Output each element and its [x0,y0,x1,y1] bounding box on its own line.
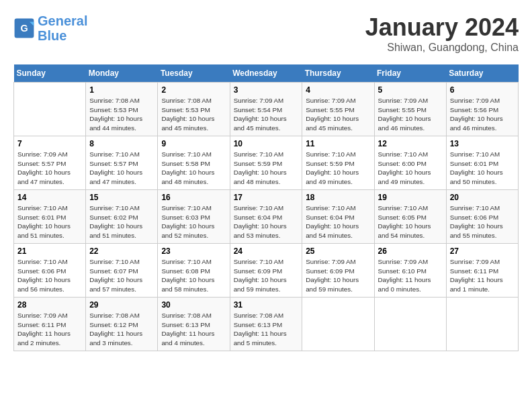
calendar-week-row: 1Sunrise: 7:08 AMSunset: 5:53 PMDaylight… [14,83,519,136]
calendar-cell: 28Sunrise: 7:09 AMSunset: 6:11 PMDayligh… [14,298,86,351]
day-info: Sunrise: 7:09 AMSunset: 6:09 PMDaylight:… [306,257,370,294]
day-number: 12 [378,139,443,148]
calendar-cell [14,83,86,136]
calendar-cell [374,298,446,351]
day-number: 3 [234,85,299,95]
logo: G General Blue [13,13,87,43]
day-info: Sunrise: 7:09 AMSunset: 6:10 PMDaylight:… [378,257,443,294]
day-number: 21 [17,246,82,256]
weekday-header: Wednesday [230,64,302,83]
day-info: Sunrise: 7:10 AMSunset: 6:04 PMDaylight:… [306,203,370,240]
weekday-header: Sunday [14,64,86,83]
calendar-cell: 31Sunrise: 7:08 AMSunset: 6:13 PMDayligh… [230,298,302,351]
day-number: 26 [378,246,443,256]
day-number: 4 [306,85,370,95]
day-number: 29 [89,300,154,310]
day-info: Sunrise: 7:10 AMSunset: 6:06 PMDaylight:… [17,257,82,294]
calendar-cell: 24Sunrise: 7:10 AMSunset: 6:09 PMDayligh… [230,244,302,298]
day-number: 16 [161,193,226,202]
day-info: Sunrise: 7:08 AMSunset: 6:13 PMDaylight:… [161,311,226,348]
calendar-cell [302,298,374,351]
day-info: Sunrise: 7:09 AMSunset: 5:55 PMDaylight:… [378,96,443,133]
day-number: 11 [306,139,370,148]
svg-text:G: G [20,23,28,34]
day-info: Sunrise: 7:08 AMSunset: 6:13 PMDaylight:… [234,311,299,348]
day-info: Sunrise: 7:10 AMSunset: 6:08 PMDaylight:… [161,257,226,294]
day-info: Sunrise: 7:10 AMSunset: 6:07 PMDaylight:… [89,257,154,294]
day-number: 27 [450,246,515,256]
day-info: Sunrise: 7:10 AMSunset: 6:01 PMDaylight:… [17,203,82,240]
calendar-cell: 29Sunrise: 7:08 AMSunset: 6:12 PMDayligh… [86,298,158,351]
calendar-cell: 16Sunrise: 7:10 AMSunset: 6:03 PMDayligh… [158,190,230,244]
day-number: 20 [450,193,515,202]
calendar-cell: 11Sunrise: 7:10 AMSunset: 5:59 PMDayligh… [302,136,374,190]
page-header: G General Blue January 2024 Shiwan, Guan… [13,13,519,54]
day-info: Sunrise: 7:10 AMSunset: 6:04 PMDaylight:… [234,203,299,240]
day-number: 31 [234,300,299,310]
calendar-cell: 21Sunrise: 7:10 AMSunset: 6:06 PMDayligh… [14,244,86,298]
day-number: 5 [378,85,443,95]
day-info: Sunrise: 7:10 AMSunset: 6:02 PMDaylight:… [89,203,154,240]
calendar-cell: 17Sunrise: 7:10 AMSunset: 6:04 PMDayligh… [230,190,302,244]
calendar-cell: 26Sunrise: 7:09 AMSunset: 6:10 PMDayligh… [374,244,446,298]
day-number: 17 [234,193,299,202]
day-info: Sunrise: 7:08 AMSunset: 6:12 PMDaylight:… [89,311,154,348]
calendar-cell: 8Sunrise: 7:10 AMSunset: 5:57 PMDaylight… [86,136,158,190]
day-number: 7 [17,139,82,148]
day-number: 22 [89,246,154,256]
calendar-week-row: 21Sunrise: 7:10 AMSunset: 6:06 PMDayligh… [14,244,519,298]
calendar-cell: 2Sunrise: 7:08 AMSunset: 5:53 PMDaylight… [158,83,230,136]
day-number: 1 [89,85,154,95]
day-info: Sunrise: 7:09 AMSunset: 5:54 PMDaylight:… [234,96,299,133]
calendar-table: SundayMondayTuesdayWednesdayThursdayFrid… [13,64,519,351]
day-number: 18 [306,193,370,202]
day-number: 23 [161,246,226,256]
calendar-cell: 25Sunrise: 7:09 AMSunset: 6:09 PMDayligh… [302,244,374,298]
day-number: 9 [161,139,226,148]
calendar-cell: 23Sunrise: 7:10 AMSunset: 6:08 PMDayligh… [158,244,230,298]
calendar-week-row: 14Sunrise: 7:10 AMSunset: 6:01 PMDayligh… [14,190,519,244]
title-block: January 2024 Shiwan, Guangdong, China [365,13,519,54]
calendar-cell: 18Sunrise: 7:10 AMSunset: 6:04 PMDayligh… [302,190,374,244]
day-info: Sunrise: 7:10 AMSunset: 6:00 PMDaylight:… [378,150,443,187]
calendar-cell: 10Sunrise: 7:10 AMSunset: 5:59 PMDayligh… [230,136,302,190]
day-info: Sunrise: 7:10 AMSunset: 5:57 PMDaylight:… [89,150,154,187]
day-info: Sunrise: 7:10 AMSunset: 6:05 PMDaylight:… [378,203,443,240]
day-info: Sunrise: 7:09 AMSunset: 6:11 PMDaylight:… [450,257,515,294]
logo-text: General Blue [38,13,87,43]
day-info: Sunrise: 7:08 AMSunset: 5:53 PMDaylight:… [89,96,154,133]
calendar-cell: 30Sunrise: 7:08 AMSunset: 6:13 PMDayligh… [158,298,230,351]
calendar-cell: 22Sunrise: 7:10 AMSunset: 6:07 PMDayligh… [86,244,158,298]
day-info: Sunrise: 7:10 AMSunset: 6:09 PMDaylight:… [234,257,299,294]
weekday-header: Monday [86,64,158,83]
calendar-cell: 15Sunrise: 7:10 AMSunset: 6:02 PMDayligh… [86,190,158,244]
day-info: Sunrise: 7:09 AMSunset: 5:57 PMDaylight:… [17,150,82,187]
calendar-cell: 9Sunrise: 7:10 AMSunset: 5:58 PMDaylight… [158,136,230,190]
day-number: 13 [450,139,515,148]
calendar-cell [446,298,518,351]
calendar-cell: 13Sunrise: 7:10 AMSunset: 6:01 PMDayligh… [446,136,518,190]
day-number: 2 [161,85,226,95]
weekday-header: Thursday [302,64,374,83]
day-info: Sunrise: 7:09 AMSunset: 6:11 PMDaylight:… [17,311,82,348]
calendar-cell: 4Sunrise: 7:09 AMSunset: 5:55 PMDaylight… [302,83,374,136]
month-title: January 2024 [365,13,519,42]
day-number: 19 [378,193,443,202]
location-subtitle: Shiwan, Guangdong, China [365,42,519,54]
day-number: 8 [89,139,154,148]
calendar-cell: 6Sunrise: 7:09 AMSunset: 5:56 PMDaylight… [446,83,518,136]
day-info: Sunrise: 7:09 AMSunset: 5:55 PMDaylight:… [306,96,370,133]
calendar-header-row: SundayMondayTuesdayWednesdayThursdayFrid… [14,64,519,83]
calendar-week-row: 7Sunrise: 7:09 AMSunset: 5:57 PMDaylight… [14,136,519,190]
day-info: Sunrise: 7:09 AMSunset: 5:56 PMDaylight:… [450,96,515,133]
day-info: Sunrise: 7:10 AMSunset: 6:06 PMDaylight:… [450,203,515,240]
calendar-cell: 7Sunrise: 7:09 AMSunset: 5:57 PMDaylight… [14,136,86,190]
calendar-cell: 27Sunrise: 7:09 AMSunset: 6:11 PMDayligh… [446,244,518,298]
day-info: Sunrise: 7:10 AMSunset: 6:01 PMDaylight:… [450,150,515,187]
day-number: 10 [234,139,299,148]
calendar-week-row: 28Sunrise: 7:09 AMSunset: 6:11 PMDayligh… [14,298,519,351]
calendar-cell: 1Sunrise: 7:08 AMSunset: 5:53 PMDaylight… [86,83,158,136]
weekday-header: Saturday [446,64,518,83]
calendar-cell: 12Sunrise: 7:10 AMSunset: 6:00 PMDayligh… [374,136,446,190]
day-number: 14 [17,193,82,202]
